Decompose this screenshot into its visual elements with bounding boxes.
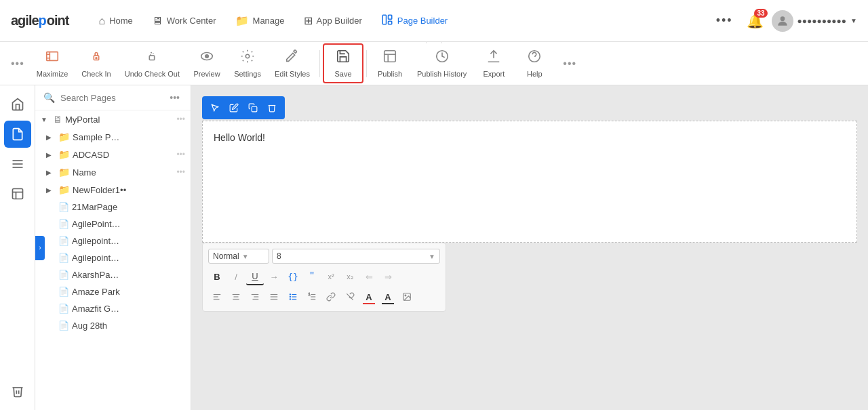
tree-label-samplep: Sample P… — [73, 132, 185, 142]
bold-button[interactable]: B — [208, 268, 226, 285]
publish-button[interactable]: Publish — [370, 45, 410, 82]
editstyles-button[interactable]: Edit Styles — [268, 45, 317, 82]
tree-adcasd-dots[interactable]: ••• — [176, 150, 185, 159]
align-right-button[interactable] — [246, 288, 264, 306]
nav-appbuilder[interactable]: ⊞ App Builder — [296, 9, 370, 33]
notification-bell[interactable]: 🔔 33 — [747, 13, 764, 29]
help-button[interactable]: Help — [514, 45, 555, 82]
text-color-button[interactable]: A — [360, 288, 378, 306]
list-item[interactable]: ▶ 📄 Agilepoint… — [35, 232, 191, 249]
svg-rect-0 — [382, 15, 386, 24]
publish-label: Publish — [378, 70, 402, 78]
svg-rect-11 — [384, 51, 396, 62]
quote-button[interactable]: " — [303, 268, 321, 285]
list-item[interactable]: ▶ 📁 ADCASD ••• — [35, 146, 191, 163]
strikethrough-button[interactable]: → — [265, 268, 283, 285]
link-button[interactable] — [322, 288, 340, 306]
list-item[interactable]: ▶ 📄 AgilePoint… — [35, 216, 191, 232]
ordered-list-button[interactable]: 1 — [303, 288, 321, 306]
preview-button[interactable]: Preview — [186, 45, 227, 82]
nav-appbuilder-label: App Builder — [317, 16, 362, 26]
toolbar-more-left[interactable]: ••• — [5, 58, 30, 70]
nav-home[interactable]: ⌂ Home — [90, 9, 140, 33]
tree-label-aug28: Aug 28th — [72, 321, 185, 331]
sidebar-toggle-chevron[interactable]: › — [35, 236, 45, 260]
list-item[interactable]: ▶ 📁 Sample P… — [35, 128, 191, 146]
align-left-button[interactable] — [208, 288, 226, 306]
page-icon-agilepoint3: 📄 — [58, 253, 69, 263]
italic-button[interactable]: / — [227, 268, 245, 285]
list-item[interactable]: ▶ 📄 Aug 28th — [35, 317, 191, 334]
list-item[interactable]: ▶ 📄 21MarPage — [35, 199, 191, 216]
page-icon-akarspa: 📄 — [58, 270, 69, 280]
list-item[interactable]: ▶ 📄 Amazfit G… — [35, 300, 191, 317]
sidebar-icon-content[interactable] — [4, 180, 31, 207]
tree-content: ▼ 🖥 MyPortal ••• ▶ 📁 Sample P… ▶ 📁 ADCAS… — [35, 110, 191, 410]
tree-label-amazfit: Amazfit G… — [72, 304, 185, 314]
user-menu[interactable]: ●●●●●●●●●● ▼ — [772, 10, 857, 32]
nav-workcenter[interactable]: 🖥 Work Center — [144, 9, 224, 33]
tree-name-dots[interactable]: ••• — [176, 167, 185, 177]
canvas-edit-button[interactable] — [225, 99, 243, 117]
nav-pagebuilder-label: Page Builder — [397, 16, 448, 26]
nav-more-button[interactable]: ••• — [711, 11, 738, 30]
tree-label-21mar: 21MarPage — [72, 202, 185, 212]
toolbar-more-right[interactable]: ••• — [557, 58, 582, 70]
highlight-button[interactable]: A — [379, 288, 397, 306]
nav-manage[interactable]: 📁 Manage — [227, 9, 293, 33]
canvas-copy-button[interactable] — [244, 99, 262, 117]
user-name-label: ●●●●●●●●●● — [797, 16, 846, 26]
indent-left-button[interactable]: ⇐ — [360, 268, 378, 285]
publishhistory-button[interactable]: Publish History — [410, 45, 473, 82]
list-item[interactable]: ▶ 📄 Amaze Park — [35, 283, 191, 300]
page-icon-agilepoint1: 📄 — [58, 219, 69, 229]
toolbar-strip: ▲ ••• Maximize Check In Undo Check Out P… — [0, 42, 868, 85]
align-center-button[interactable] — [227, 288, 245, 306]
unordered-list-button[interactable] — [284, 288, 302, 306]
grid-icon: ⊞ — [304, 14, 313, 27]
svg-point-9 — [205, 55, 209, 58]
tree-root-node[interactable]: ▼ 🖥 MyPortal ••• — [35, 110, 191, 128]
canvas-delete-button[interactable] — [263, 99, 281, 117]
code-button[interactable]: {} — [284, 268, 302, 285]
publishhistory-icon — [435, 49, 450, 67]
save-button[interactable]: Save — [323, 43, 363, 83]
export-icon — [486, 49, 501, 67]
list-item[interactable]: ▶ 📄 AkarshPa… — [35, 266, 191, 283]
left-sidebar-icons — [0, 85, 35, 410]
export-button[interactable]: Export — [473, 45, 514, 82]
superscript-button[interactable]: x² — [322, 268, 340, 285]
tree-more-dots[interactable]: ••• — [167, 92, 182, 103]
text-editor-toolbar: Normal ▼ 8 ▼ B / U → {} " x² x₂ ⇐ ⇒ — [202, 243, 446, 312]
list-item[interactable]: ▶ 📄 Agilepoint… — [35, 249, 191, 266]
indent-right-button[interactable]: ⇒ — [379, 268, 397, 285]
fontsize-select[interactable]: 8 ▼ — [272, 249, 440, 264]
fontsize-label: 8 — [277, 251, 281, 261]
settings-label: Settings — [234, 70, 261, 78]
search-input[interactable] — [60, 93, 161, 103]
sidebar-icon-home[interactable] — [4, 91, 31, 118]
settings-button[interactable]: Settings — [227, 45, 268, 82]
image-button[interactable] — [398, 288, 416, 306]
fontsize-arrow: ▼ — [429, 253, 435, 260]
checkin-button[interactable]: Check In — [75, 45, 117, 82]
underline-button[interactable]: U — [246, 268, 264, 285]
sidebar-icon-trash[interactable] — [4, 377, 31, 405]
undocheckout-button[interactable]: Undo Check Out — [118, 45, 186, 82]
list-item[interactable]: ▶ 📁 NewFolder1•• — [35, 181, 191, 199]
page-canvas[interactable]: Hello World! — [202, 121, 857, 243]
canvas-select-button[interactable] — [206, 99, 224, 117]
settings-icon — [240, 49, 255, 67]
format-select[interactable]: Normal ▼ — [208, 249, 269, 264]
svg-line-43 — [347, 293, 353, 300]
tree-root-dots[interactable]: ••• — [176, 115, 185, 124]
list-item[interactable]: ▶ 📁 Name ••• — [35, 163, 191, 181]
unlink-button[interactable] — [341, 288, 359, 306]
nav-pagebuilder[interactable]: Page Builder — [373, 8, 456, 34]
help-icon — [527, 49, 542, 67]
maximize-button[interactable]: Maximize — [30, 45, 75, 82]
justify-button[interactable] — [265, 288, 283, 306]
sidebar-icon-pages[interactable] — [4, 121, 31, 148]
subscript-button[interactable]: x₂ — [341, 268, 359, 285]
sidebar-icon-list[interactable] — [4, 150, 31, 178]
